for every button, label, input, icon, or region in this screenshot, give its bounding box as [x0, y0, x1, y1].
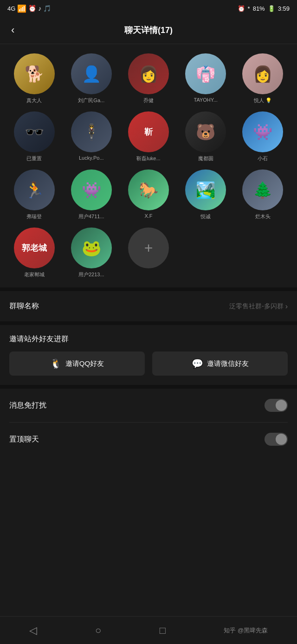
group-name-value: 泛零售社群-多闪群 ›: [229, 302, 288, 311]
back-arrow-icon: ◁: [29, 624, 37, 637]
member-avatar: 🕴️: [71, 111, 112, 152]
member-avatar: 🌲: [242, 169, 283, 210]
member-avatar: 靳: [128, 111, 169, 152]
member-avatar: 郭老城: [14, 228, 55, 268]
member-item[interactable]: 🏞️ 悦诚: [179, 169, 232, 220]
nav-brand: 知乎 @黑啤先森: [214, 622, 277, 639]
bluetooth-icon: *: [248, 5, 250, 12]
group-name-section: 群聊名称 泛零售社群-多闪群 ›: [0, 291, 297, 321]
extra-icons: ⏰ ♪ 🎵: [28, 5, 51, 12]
wechat-icon: 💬: [192, 358, 203, 369]
time-display: 3:59: [278, 5, 290, 12]
member-name: 小石: [258, 155, 268, 162]
member-item[interactable]: 🐕 真大人: [7, 53, 61, 104]
section-divider-3: [0, 385, 297, 389]
member-avatar: 👤: [71, 53, 112, 94]
group-name-row[interactable]: 群聊名称 泛零售社群-多闪群 ›: [9, 291, 288, 321]
dnd-toggle-knob: [276, 400, 287, 411]
pin-row: 置顶聊天: [9, 423, 288, 456]
member-item[interactable]: 👘 TAYOHY...: [179, 53, 232, 104]
bottom-nav: ◁ ○ □ 知乎 @黑啤先森: [0, 616, 297, 644]
member-name: 烂木头: [255, 213, 271, 220]
status-right: ⏰ * 81% 🔋 3:59: [238, 5, 290, 12]
battery-text: 81%: [253, 5, 265, 12]
settings-section: 消息免打扰 置顶聊天: [0, 389, 297, 456]
member-item[interactable]: 👾 用户4711...: [65, 169, 118, 220]
invite-qq-button[interactable]: 🐧 邀请QQ好友: [9, 351, 145, 376]
member-avatar: 🕶️: [14, 111, 55, 152]
page-title: 聊天详情(17): [124, 25, 173, 36]
member-name: 悦诚: [200, 213, 211, 220]
invite-section: 邀请站外好友进群 🐧 邀请QQ好友 💬 邀请微信好友: [0, 325, 297, 385]
invite-wechat-button[interactable]: 💬 邀请微信好友: [152, 351, 288, 376]
member-name: 用户4711...: [78, 213, 104, 220]
member-name: 刘广民Ga...: [78, 97, 104, 104]
member-avatar: 👩: [242, 53, 283, 94]
section-divider: [0, 287, 297, 291]
back-button[interactable]: ‹: [7, 22, 18, 38]
member-name: 靳磊luke...: [136, 155, 160, 162]
member-item[interactable]: 👩 乔健: [122, 53, 175, 104]
member-item[interactable]: 👤 刘广民Ga...: [65, 53, 118, 104]
member-item[interactable]: 👩 悦人 💡: [236, 53, 290, 104]
member-item[interactable]: 🕴️ Lucky.Po...: [65, 111, 118, 162]
dnd-row: 消息免打扰: [9, 389, 288, 423]
nav-back[interactable]: ◁: [20, 620, 46, 641]
member-avatar: 👩: [128, 53, 169, 94]
nav-home[interactable]: ○: [86, 620, 110, 641]
pin-label: 置顶聊天: [9, 435, 39, 444]
member-item[interactable]: 🏃 弗瑞登: [7, 169, 61, 220]
member-name: 乔健: [143, 97, 154, 104]
status-bar: 4G 📶 ⏰ ♪ 🎵 ⏰ * 81% 🔋 3:59: [0, 0, 297, 17]
dnd-label: 消息免打扰: [9, 401, 46, 410]
member-name: 老家郸城: [24, 271, 45, 278]
member-avatar: 🐕: [14, 53, 55, 94]
member-avatar: 🐎: [128, 169, 169, 210]
members-grid: 🐕 真大人 👤 刘广民Ga... 👩 乔健 👘 TAYOHY... 👩 悦人 💡…: [7, 53, 290, 278]
member-avatar: 🏃: [14, 169, 55, 210]
wifi-icon: 📶: [17, 4, 26, 13]
group-name-label: 群聊名称: [9, 301, 39, 311]
status-signal: 4G 📶 ⏰ ♪ 🎵: [7, 4, 51, 13]
member-avatar: 🏞️: [185, 169, 226, 210]
add-member-button[interactable]: +: [122, 228, 175, 278]
member-name: 已重置: [26, 155, 42, 162]
member-avatar: 🐻: [185, 111, 226, 152]
dnd-toggle[interactable]: [265, 399, 288, 412]
member-item[interactable]: 👾 小石: [236, 111, 290, 162]
pin-toggle[interactable]: [265, 433, 288, 446]
member-item[interactable]: 🐸 用户2213...: [65, 228, 118, 278]
member-name: 真大人: [26, 97, 42, 104]
square-icon: □: [160, 624, 166, 637]
add-circle[interactable]: +: [128, 228, 169, 268]
member-name: TAYOHY...: [194, 97, 218, 103]
member-item[interactable]: 🐻 魔都圆: [179, 111, 232, 162]
member-item[interactable]: 郭老城 老家郸城: [7, 228, 61, 278]
member-avatar: 👘: [185, 53, 226, 94]
plus-icon: +: [144, 241, 153, 255]
member-avatar: 🐸: [71, 228, 112, 268]
member-item[interactable]: 🌲 烂木头: [236, 169, 290, 220]
invite-buttons: 🐧 邀请QQ好友 💬 邀请微信好友: [9, 351, 288, 376]
battery-icon: 🔋: [268, 5, 275, 12]
member-avatar: 👾: [71, 169, 112, 210]
member-item[interactable]: 🐎 X.F: [122, 169, 175, 220]
home-circle-icon: ○: [95, 624, 101, 637]
member-name: X.F: [144, 213, 152, 219]
member-name: 悦人 💡: [254, 97, 272, 104]
member-avatar: 👾: [242, 111, 283, 152]
chevron-right-icon: ›: [285, 302, 288, 311]
qq-icon: 🐧: [50, 358, 62, 369]
header: ‹ 聊天详情(17): [0, 17, 297, 44]
member-name: 用户2213...: [78, 271, 104, 278]
member-name: 弗瑞登: [26, 213, 42, 220]
brand-label: 知乎 @黑啤先森: [224, 626, 268, 635]
pin-toggle-knob: [276, 434, 287, 445]
member-name: Lucky.Po...: [79, 155, 104, 161]
section-divider-2: [0, 321, 297, 325]
invite-title: 邀请站外好友进群: [9, 334, 288, 344]
member-name: 魔都圆: [198, 155, 213, 162]
nav-recent[interactable]: □: [150, 620, 175, 641]
member-item[interactable]: 🕶️ 已重置: [7, 111, 61, 162]
member-item[interactable]: 靳 靳磊luke...: [122, 111, 175, 162]
